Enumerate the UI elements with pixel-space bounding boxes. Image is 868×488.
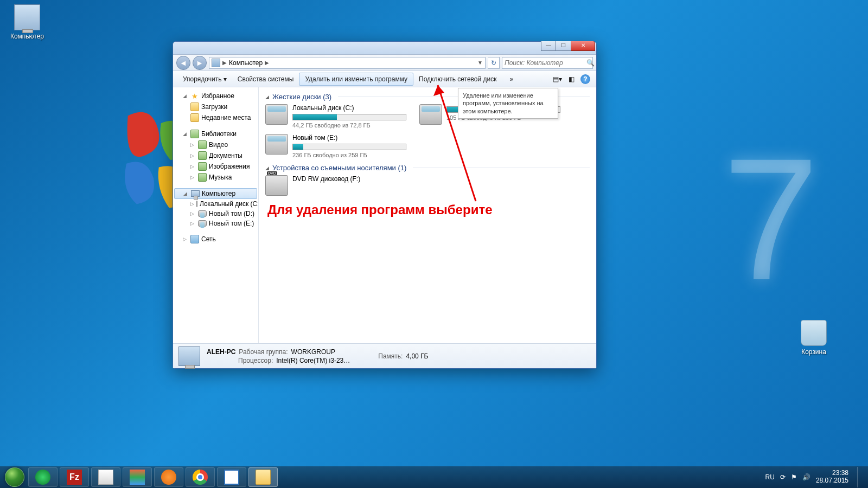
group-removable[interactable]: ◢Устройства со съемными носителями (1) bbox=[265, 164, 590, 172]
taskbar-app-filezilla[interactable]: Fz bbox=[60, 467, 89, 487]
drive-free-text: 44,2 ГБ свободно из 72,8 ГБ bbox=[292, 122, 406, 129]
sidebar-libraries[interactable]: ◢Библиотеки bbox=[173, 129, 258, 139]
documents-icon bbox=[198, 151, 207, 160]
pc-name: ALEH-PC bbox=[207, 348, 235, 356]
sidebar-downloads[interactable]: Загрузки bbox=[173, 101, 258, 112]
sidebar-local-c[interactable]: ▷Локальный диск (C:) bbox=[173, 199, 258, 209]
content-pane: Удаление или изменение программ, установ… bbox=[259, 87, 596, 343]
app-icon bbox=[130, 470, 145, 485]
chevron-down-icon[interactable]: ▼ bbox=[477, 60, 483, 66]
language-indicator[interactable]: RU bbox=[765, 473, 775, 481]
drive-label: Новый том (E:) bbox=[292, 134, 406, 142]
sidebar-documents[interactable]: ▷Документы bbox=[173, 150, 258, 161]
back-button[interactable]: ◄ bbox=[176, 56, 190, 70]
drive-c[interactable]: Локальный диск (C:) 44,2 ГБ свободно из … bbox=[265, 104, 406, 129]
library-icon bbox=[190, 130, 199, 138]
computer-icon bbox=[212, 59, 220, 67]
view-options-button[interactable]: ▤▾ bbox=[551, 73, 564, 85]
sidebar-computer[interactable]: ◢Компьютер bbox=[174, 188, 257, 199]
sidebar-music[interactable]: ▷Музыка bbox=[173, 172, 258, 183]
taskbar-app-explorer[interactable] bbox=[248, 467, 278, 487]
hdd-icon bbox=[198, 210, 207, 217]
search-input[interactable] bbox=[505, 59, 586, 67]
drive-label: Локальный диск (C:) bbox=[292, 104, 406, 112]
computer-icon bbox=[178, 346, 200, 366]
details-pane: ALEH-PC Рабочая группа: WORKGROUP ALEH-P… bbox=[173, 343, 596, 368]
start-button[interactable] bbox=[3, 467, 26, 487]
video-icon bbox=[198, 140, 207, 149]
system-properties-button[interactable]: Свойства системы bbox=[232, 73, 299, 85]
maximize-button[interactable]: ☐ bbox=[556, 41, 571, 51]
taskbar-app-5[interactable] bbox=[154, 467, 183, 487]
pictures-icon bbox=[198, 162, 207, 171]
drive-label: DVD RW дисковод (F:) bbox=[292, 175, 406, 183]
tray-flag-icon[interactable]: ⚑ bbox=[791, 473, 797, 481]
app-icon bbox=[98, 470, 113, 485]
desktop-icon-recycle-bin[interactable]: Корзина bbox=[792, 320, 835, 356]
hdd-icon bbox=[419, 104, 442, 125]
sidebar-vol-e[interactable]: ▷Новый том (E:) bbox=[173, 219, 258, 228]
taskbar-app-writer[interactable] bbox=[217, 467, 246, 487]
taskbar-app-notepad[interactable] bbox=[91, 467, 120, 487]
folder-icon bbox=[190, 113, 199, 122]
tray-volume-icon[interactable]: 🔊 bbox=[802, 473, 810, 481]
taskbar-app-chrome[interactable] bbox=[186, 467, 215, 487]
capacity-bar bbox=[292, 144, 406, 150]
chevron-right-icon: ▶ bbox=[222, 60, 227, 66]
drive-dvd[interactable]: DVD RW дисковод (F:) bbox=[265, 175, 406, 196]
help-icon: ? bbox=[580, 74, 590, 84]
sidebar-recent[interactable]: Недавние места bbox=[173, 112, 258, 123]
sidebar-video[interactable]: ▷Видео bbox=[173, 139, 258, 150]
app-icon: Fz bbox=[67, 470, 82, 485]
dvd-icon bbox=[265, 175, 288, 196]
annotation-text: Для удаления программ выберите bbox=[267, 202, 492, 217]
drive-e[interactable]: Новый том (E:) 236 ГБ свободно из 259 ГБ bbox=[265, 134, 406, 158]
taskbar-app-4[interactable] bbox=[123, 467, 152, 487]
breadcrumb-segment[interactable]: Компьютер bbox=[229, 59, 263, 67]
wallpaper-seven: 7 bbox=[723, 119, 819, 319]
toolbar-overflow-button[interactable]: » bbox=[504, 73, 519, 85]
titlebar[interactable]: — ☐ ✕ bbox=[173, 42, 596, 55]
clock[interactable]: 23:38 28.07.2015 bbox=[816, 470, 848, 485]
chevron-right-icon: ▶ bbox=[265, 60, 269, 66]
preview-pane-button[interactable]: ◧ bbox=[565, 73, 578, 85]
windows-orb-icon bbox=[5, 467, 24, 487]
tooltip: Удаление или изменение программ, установ… bbox=[458, 88, 558, 119]
refresh-button[interactable]: ↻ bbox=[488, 57, 500, 69]
minimize-button[interactable]: — bbox=[541, 41, 556, 51]
hdd-icon bbox=[198, 220, 207, 227]
star-icon: ★ bbox=[190, 92, 199, 100]
sidebar-network[interactable]: ▷Сеть bbox=[173, 234, 258, 245]
uninstall-program-button[interactable]: Удалить или изменить программу bbox=[299, 73, 413, 86]
breadcrumb[interactable]: ▶ Компьютер ▶ ▼ bbox=[209, 57, 486, 69]
search-icon: 🔍 bbox=[586, 59, 595, 67]
app-icon bbox=[35, 470, 50, 485]
close-button[interactable]: ✕ bbox=[571, 41, 595, 51]
sidebar-pictures[interactable]: ▷Изображения bbox=[173, 161, 258, 172]
help-button[interactable]: ? bbox=[579, 73, 592, 85]
music-icon bbox=[198, 173, 207, 182]
desktop-icon-computer[interactable]: Компьютер bbox=[5, 4, 49, 40]
folder-icon bbox=[256, 470, 271, 485]
capacity-bar bbox=[292, 114, 406, 120]
desktop-icon-label: Корзина bbox=[792, 348, 835, 356]
sidebar-vol-d[interactable]: ▷Новый том (D:) bbox=[173, 209, 258, 219]
toolbar: Упорядочить ▾ Свойства системы Удалить и… bbox=[173, 71, 596, 87]
hdd-icon bbox=[196, 201, 197, 207]
forward-button[interactable]: ► bbox=[193, 56, 207, 70]
search-box[interactable]: 🔍 bbox=[502, 57, 593, 69]
hdd-icon bbox=[265, 104, 288, 125]
taskbar-app-1[interactable] bbox=[28, 467, 58, 487]
map-network-drive-button[interactable]: Подключить сетевой диск bbox=[413, 73, 502, 85]
navigation-pane: ◢★Избранное Загрузки Недавние места ◢Биб… bbox=[173, 87, 259, 343]
computer-icon bbox=[191, 190, 200, 197]
tray-sync-icon[interactable]: ⟳ bbox=[780, 473, 786, 481]
desktop-icon-label: Компьютер bbox=[5, 33, 49, 40]
organize-button[interactable]: Упорядочить ▾ bbox=[177, 73, 232, 85]
show-desktop-button[interactable] bbox=[857, 467, 863, 487]
sidebar-favorites[interactable]: ◢★Избранное bbox=[173, 91, 258, 101]
explorer-window: — ☐ ✕ ◄ ► ▶ Компьютер ▶ ▼ ↻ 🔍 Упорядочит… bbox=[173, 41, 597, 369]
network-icon bbox=[190, 235, 199, 243]
hdd-icon bbox=[265, 134, 288, 155]
drive-free-text: 236 ГБ свободно из 259 ГБ bbox=[292, 152, 406, 158]
